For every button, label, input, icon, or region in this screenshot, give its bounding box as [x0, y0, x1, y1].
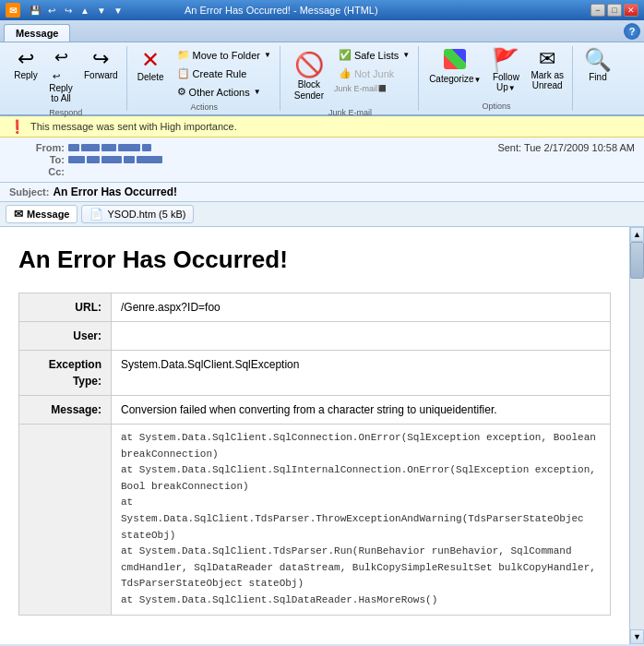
- create-rule-label: Create Rule: [193, 68, 247, 79]
- options-group: Categorize▼ 🚩 FollowUp▼ ✉ Mark asUnread …: [421, 46, 573, 111]
- window-title: An Error Has Occurred! - Message (HTML): [185, 5, 378, 16]
- importance-text: This message was sent with High importan…: [30, 121, 237, 132]
- options-group-label: Options: [483, 102, 511, 111]
- move-to-folder-button[interactable]: 📁 Move to Folder ▼: [173, 46, 276, 64]
- redo-qat-btn[interactable]: ↪: [61, 3, 76, 18]
- cc-label: Cc:: [9, 166, 65, 177]
- follow-up-button[interactable]: 🚩 FollowUp▼: [487, 46, 524, 95]
- message-tab-icon: ✉: [14, 208, 23, 221]
- find-group: 🔍 Find: [575, 46, 621, 111]
- safe-lists-icon: ✅: [339, 49, 352, 61]
- reply-all-button[interactable]: ↩↩ Replyto All: [44, 46, 78, 106]
- not-junk-button[interactable]: 👍 Not Junk: [334, 65, 414, 82]
- to-row: To:: [9, 154, 635, 165]
- table-row-message: Message: Conversion failed when converti…: [19, 396, 611, 425]
- safe-lists-button[interactable]: ✅ Safe Lists ▼: [334, 46, 414, 64]
- follow-up-label: FollowUp▼: [493, 72, 519, 92]
- down-qat-btn[interactable]: ▼: [94, 3, 109, 18]
- scroll-thumb[interactable]: [630, 242, 644, 279]
- mark-unread-button[interactable]: ✉ Mark asUnread: [526, 46, 568, 93]
- respond-buttons: ↩ Reply ↩↩ Replyto All ↪ Forward: [9, 46, 123, 106]
- options-content: Categorize▼ 🚩 FollowUp▼ ✉ Mark asUnread: [424, 46, 568, 100]
- url-value: /Genre.aspx?ID=foo: [112, 293, 611, 322]
- other-actions-button[interactable]: ⚙ Other Actions ▼: [173, 83, 276, 101]
- tab-message[interactable]: Message: [4, 24, 70, 42]
- find-button[interactable]: 🔍 Find: [579, 46, 616, 85]
- other-actions-label: Other Actions: [189, 87, 250, 98]
- to-label: To:: [9, 154, 65, 165]
- respond-group: ↩ Reply ↩↩ Replyto All ↪ Forward Respond: [6, 46, 127, 111]
- actions-content: ✕ Delete 📁 Move to Folder ▼ 📋 Create Rul…: [133, 46, 276, 101]
- categorize-button[interactable]: Categorize▼: [424, 46, 485, 87]
- importance-notice: ❗ This message was sent with High import…: [0, 116, 644, 138]
- message-value: Conversion failed when converting from a…: [112, 396, 611, 425]
- junk-group-label: Junk E-mail: [328, 108, 372, 117]
- from-row: From: Sent: Tue 2/17/2009 10:58 AM: [9, 142, 635, 153]
- up-qat-btn[interactable]: ▲: [78, 3, 92, 18]
- table-row-exception: ExceptionType: System.Data.SqlClient.Sql…: [19, 351, 611, 396]
- error-table: URL: /Genre.aspx?ID=foo User: ExceptionT…: [18, 293, 611, 616]
- ysod-tab-label: YSOD.htm (5 kB): [107, 209, 185, 220]
- vertical-scrollbar[interactable]: ▲ ▼: [629, 227, 644, 644]
- scroll-down-button[interactable]: ▼: [630, 629, 644, 644]
- email-body[interactable]: An Error Has Occurred! URL: /Genre.aspx?…: [0, 227, 629, 644]
- table-row-stacktrace: at System.Data.SqlClient.SqlConnection.O…: [19, 425, 611, 616]
- ysod-tab-icon: 📄: [89, 208, 103, 221]
- folder-icon: 📁: [177, 49, 190, 61]
- move-to-folder-label: Move to Folder: [193, 50, 260, 61]
- help-button[interactable]: ?: [624, 23, 640, 40]
- categorize-icon: [444, 49, 466, 73]
- find-label: Find: [589, 72, 606, 82]
- sent-value: Tue 2/17/2009 10:58 AM: [524, 142, 635, 153]
- delete-label: Delete: [137, 72, 164, 82]
- restore-button[interactable]: □: [607, 4, 622, 17]
- cc-value: [68, 166, 635, 177]
- url-label: URL:: [19, 293, 112, 322]
- categorize-label: Categorize▼: [429, 74, 481, 84]
- ysod-attach-tab[interactable]: 📄 YSOD.htm (5 kB): [81, 205, 194, 223]
- find-icon: 🔍: [584, 49, 612, 71]
- block-sender-button[interactable]: 🚫 BlockSender: [286, 46, 332, 106]
- from-label: From:: [9, 142, 65, 153]
- forward-icon: ↪: [92, 49, 109, 69]
- subject-row: Subject: An Error Has Occurred!: [0, 183, 644, 202]
- app-logo: ✉: [6, 3, 20, 18]
- move-folder-arrow: ▼: [264, 51, 271, 59]
- block-sender-label: BlockSender: [294, 79, 324, 102]
- other-actions-arrow: ▼: [254, 88, 261, 96]
- header-fields: From: Sent: Tue 2/17/2009 10:58 AM: [9, 141, 635, 178]
- actions-col: 📁 Move to Folder ▼ 📋 Create Rule ⚙ Other…: [173, 46, 276, 101]
- junk-email-group: 🚫 BlockSender ✅ Safe Lists ▼ 👍 Not Junk …: [282, 46, 419, 111]
- reply-button[interactable]: ↩ Reply: [9, 46, 42, 83]
- mark-unread-label: Mark asUnread: [531, 70, 564, 90]
- junk-content: 🚫 BlockSender ✅ Safe Lists ▼ 👍 Not Junk …: [286, 46, 414, 106]
- scroll-track[interactable]: [630, 242, 644, 629]
- scroll-up-button[interactable]: ▲: [630, 227, 644, 242]
- error-heading: An Error Has Occurred!: [18, 242, 611, 278]
- undo-qat-btn[interactable]: ↩: [44, 3, 59, 18]
- email-headers: From: Sent: Tue 2/17/2009 10:58 AM: [0, 138, 644, 183]
- cc-row: Cc:: [9, 166, 635, 177]
- message-tab-label: Message: [27, 209, 69, 220]
- sent-label-row: Sent: Tue 2/17/2009 10:58 AM: [497, 142, 635, 153]
- forward-button[interactable]: ↪ Forward: [79, 46, 123, 83]
- attachment-tabs: ✉ Message 📄 YSOD.htm (5 kB): [0, 202, 644, 227]
- to-pixels: [68, 156, 162, 163]
- delete-button[interactable]: ✕ Delete: [133, 46, 169, 85]
- save-qat-btn[interactable]: 💾: [28, 3, 42, 18]
- message-attach-tab[interactable]: ✉ Message: [6, 205, 78, 223]
- exception-label: ExceptionType:: [19, 351, 112, 396]
- minimize-button[interactable]: −: [590, 4, 605, 17]
- more-qat-btn[interactable]: ▼: [111, 3, 125, 18]
- table-row-url: URL: /Genre.aspx?ID=foo: [19, 293, 611, 322]
- sent-label: Sent:: [497, 142, 521, 153]
- create-rule-button[interactable]: 📋 Create Rule: [173, 65, 276, 82]
- titlebar: ✉ 💾 ↩ ↪ ▲ ▼ ▼ An Error Has Occurred! - M…: [0, 0, 644, 20]
- message-label: Message:: [19, 396, 112, 425]
- close-button[interactable]: ✕: [624, 4, 638, 17]
- subject-label: Subject:: [9, 186, 49, 197]
- junk-expand[interactable]: Junk E-mail ⬛: [334, 84, 414, 93]
- ribbon: ↩ Reply ↩↩ Replyto All ↪ Forward Respond…: [0, 42, 644, 116]
- expand-icon: ⬛: [378, 85, 387, 92]
- safe-lists-arrow: ▼: [402, 51, 410, 59]
